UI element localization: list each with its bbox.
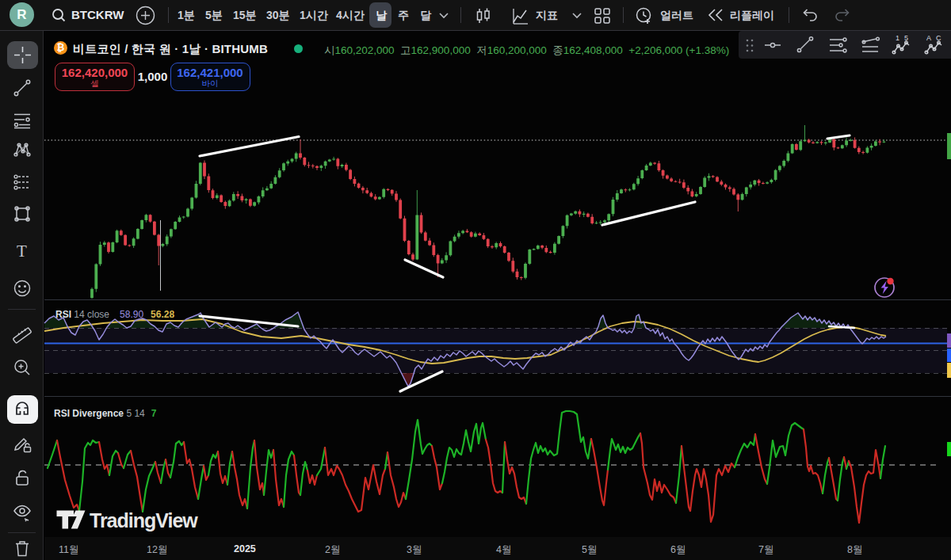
svg-text:5: 5 <box>904 34 908 42</box>
svg-text:C: C <box>936 34 941 42</box>
svg-text:A: A <box>926 34 931 42</box>
svg-text:1: 1 <box>896 34 899 42</box>
